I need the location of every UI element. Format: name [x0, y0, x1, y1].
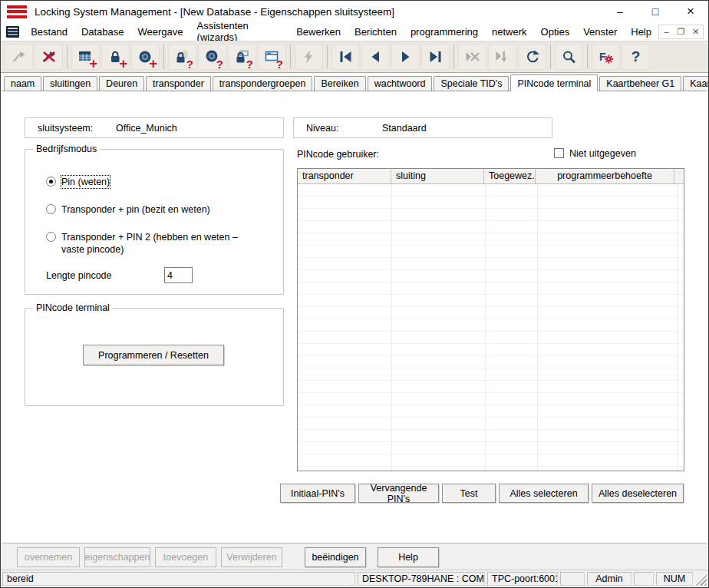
- pincode-user-label: PINcode gebruiker:: [297, 149, 379, 160]
- toolbar: + + + ? ? ? ?: [1, 41, 708, 73]
- new-lock-icon[interactable]: +: [101, 44, 130, 70]
- app-window: Locking System Management - [New Databas…: [0, 0, 709, 588]
- radio-transponder-pin[interactable]: Transponder + pin (bezit en weten): [46, 203, 210, 216]
- menu-netwerk[interactable]: netwerk: [485, 24, 534, 40]
- initial-pins-button[interactable]: Initiaal-PIN's: [280, 484, 355, 503]
- search-icon[interactable]: [555, 44, 583, 70]
- menu-berichten[interactable]: Berichten: [348, 24, 404, 40]
- mdi-window-controls: – ❐ ✕: [658, 25, 704, 39]
- menu-bestand[interactable]: Bestand: [24, 24, 74, 40]
- status-bar: bereid DESKTOP-789HANE : COM(*) TPC-poor…: [1, 570, 708, 587]
- operating-mode-group-label: Bedrijfsmodus: [33, 144, 100, 154]
- window-title: Locking System Management - [New Databas…: [35, 6, 394, 18]
- not-issued-label: Niet uitgegeven: [569, 148, 636, 159]
- locking-system-value: Office_Munich: [116, 123, 177, 134]
- program-reset-button[interactable]: Programmeren / Resetten: [83, 345, 224, 365]
- nav-next-icon[interactable]: [391, 44, 420, 70]
- tab-sluitingen[interactable]: sluitingen: [43, 76, 97, 91]
- menu-bar: Bestand Database Weergave Assistenten (w…: [1, 22, 708, 41]
- column-toegewezen[interactable]: Toegewez...: [484, 169, 536, 183]
- radio-transponder-pin2-circle[interactable]: [46, 232, 56, 242]
- status-num-lock: NUM: [656, 572, 693, 586]
- read-transponder-icon[interactable]: ?: [198, 44, 226, 70]
- deselect-all-button[interactable]: Alles deselecteren: [592, 484, 684, 503]
- tab-transponder[interactable]: transponder: [146, 76, 211, 91]
- nav-skip-icon[interactable]: [488, 44, 516, 70]
- radio-pin-weten-label: Pin (weten): [61, 176, 110, 188]
- column-sluiting[interactable]: sluiting: [391, 169, 484, 183]
- menu-database[interactable]: Database: [74, 24, 131, 40]
- nav-prev-icon[interactable]: [361, 44, 390, 70]
- pincode-user-table[interactable]: transponder sluiting Toegewez... program…: [297, 168, 684, 471]
- tab-wachtwoord[interactable]: wachtwoord: [368, 76, 433, 91]
- radio-transponder-pin-circle[interactable]: [46, 204, 56, 214]
- mdi-close-button[interactable]: ✕: [688, 25, 703, 38]
- nav-first-icon[interactable]: [331, 44, 360, 70]
- tab-kaartbeheer-g1[interactable]: Kaartbeheer G1: [599, 76, 681, 91]
- menu-venster[interactable]: Venster: [576, 24, 624, 40]
- select-all-button[interactable]: Alles selecteren: [499, 484, 589, 503]
- level-label: Niveau:: [306, 123, 338, 134]
- tab-pincode-terminal[interactable]: PINcode terminal: [510, 74, 598, 91]
- menu-opties[interactable]: Opties: [534, 24, 577, 40]
- mdi-minimize-button[interactable]: –: [659, 25, 674, 38]
- minimize-button[interactable]: –: [602, 1, 638, 22]
- maximize-button[interactable]: □: [638, 1, 673, 22]
- status-pane-empty-1: [560, 572, 585, 586]
- tab-bereiken[interactable]: Bereiken: [314, 76, 365, 91]
- mdi-restore-button[interactable]: ❐: [674, 25, 688, 38]
- connect-icon[interactable]: [5, 44, 33, 70]
- resize-grip[interactable]: [695, 572, 707, 586]
- filter-settings-icon[interactable]: F: [592, 44, 620, 70]
- menu-help[interactable]: Help: [624, 24, 658, 40]
- locking-system-label: sluitsysteem:: [38, 123, 93, 134]
- tab-transpondergroepen[interactable]: transpondergroepen: [213, 76, 313, 91]
- add-button[interactable]: toevoegen: [155, 547, 216, 567]
- apply-button[interactable]: overnemen: [17, 547, 80, 567]
- locking-system-field: sluitsysteem: Office_Munich: [25, 117, 284, 138]
- column-stub: [674, 169, 684, 183]
- menu-weergave[interactable]: Weergave: [131, 24, 190, 40]
- tab-speciale-tids[interactable]: Speciale TID's: [434, 76, 509, 91]
- radio-pin-weten[interactable]: Pin (weten): [46, 176, 110, 188]
- program-flash-icon[interactable]: [295, 44, 323, 70]
- refresh-icon[interactable]: [518, 44, 546, 70]
- radio-transponder-pin2-label: Transponder + PIN 2 (hebben en weten – v…: [61, 231, 259, 256]
- dialog-footer: overnemen eigenschappen toevoegen Verwij…: [2, 543, 707, 570]
- new-transponder-icon[interactable]: +: [131, 44, 160, 70]
- finish-button[interactable]: beëindigen: [305, 547, 366, 567]
- disconnect-icon[interactable]: [35, 44, 63, 70]
- radio-transponder-pin2[interactable]: Transponder + PIN 2 (hebben en weten – v…: [46, 231, 259, 256]
- test-button[interactable]: Test: [442, 484, 496, 503]
- title-bar: Locking System Management - [New Databas…: [1, 1, 708, 22]
- read-lock-icon[interactable]: ?: [168, 44, 196, 70]
- help-icon[interactable]: ?: [622, 44, 650, 70]
- nav-last-icon[interactable]: [421, 44, 450, 70]
- tab-deuren[interactable]: Deuren: [99, 76, 144, 91]
- property-tabs: naam sluitingen Deuren transponder trans…: [2, 74, 707, 91]
- new-locking-system-icon[interactable]: +: [71, 44, 100, 70]
- pin-length-input[interactable]: [164, 267, 193, 283]
- nav-cancel-icon[interactable]: [458, 44, 486, 70]
- properties-button[interactable]: eigenschappen: [84, 547, 150, 567]
- menu-programmering[interactable]: programmering: [404, 24, 485, 40]
- level-field: Niveau: Standaard: [293, 117, 552, 138]
- close-button[interactable]: ×: [673, 1, 708, 22]
- tab-naam[interactable]: naam: [4, 76, 41, 91]
- status-user: Admin: [587, 572, 632, 586]
- tab-kaartbeheer-g2[interactable]: Kaartbeheer G2: [683, 76, 709, 91]
- read-window-icon[interactable]: ?: [258, 44, 286, 70]
- remove-button[interactable]: Verwijderen: [221, 547, 282, 567]
- column-programmeerbehoefte[interactable]: programmeerbehoefte: [536, 169, 674, 183]
- mdi-system-menu-icon[interactable]: [6, 26, 19, 38]
- menu-bewerken[interactable]: Bewerken: [289, 24, 348, 40]
- status-pane-empty-2: [634, 572, 654, 586]
- read-lock-card-icon[interactable]: ?: [228, 44, 256, 70]
- help-button[interactable]: Help: [378, 547, 439, 567]
- replacement-pins-button[interactable]: Vervangende PIN's: [358, 484, 439, 503]
- pincode-terminal-group-label: PINcode terminal: [33, 302, 113, 313]
- not-issued-checkbox[interactable]: [554, 148, 564, 158]
- column-transponder[interactable]: transponder: [298, 169, 391, 183]
- radio-pin-weten-circle[interactable]: [46, 177, 56, 187]
- table-body-empty[interactable]: [298, 184, 684, 471]
